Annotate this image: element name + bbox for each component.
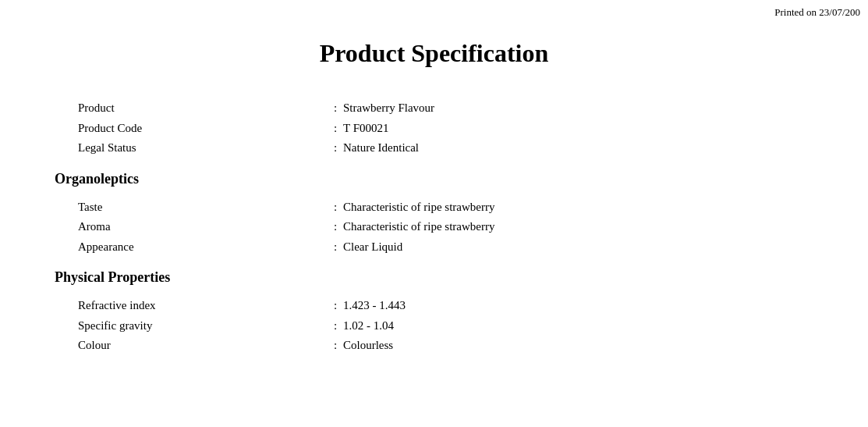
field-label: Aroma bbox=[78, 218, 328, 236]
field-separator: : bbox=[328, 238, 343, 256]
field-value: T F00021 bbox=[343, 119, 388, 137]
field-label: Refractive index bbox=[78, 297, 328, 315]
field-row: Colour:Colourless bbox=[78, 336, 837, 354]
field-separator: : bbox=[328, 99, 343, 117]
field-separator: : bbox=[328, 317, 343, 335]
field-label: Colour bbox=[78, 336, 328, 354]
page-title: Product Specification bbox=[0, 0, 868, 91]
field-separator: : bbox=[328, 297, 343, 315]
field-separator: : bbox=[328, 139, 343, 157]
field-label: Appearance bbox=[78, 238, 328, 256]
field-label: Specific gravity bbox=[78, 317, 328, 335]
section-heading: Organoleptics bbox=[55, 171, 837, 187]
field-label: Taste bbox=[78, 198, 328, 216]
section-heading: Physical Properties bbox=[55, 269, 837, 286]
section-field-group: Refractive index:1.423 - 1.443Specific g… bbox=[55, 297, 837, 354]
field-row: Product Code:T F00021 bbox=[78, 119, 837, 137]
field-separator: : bbox=[328, 198, 343, 216]
field-separator: : bbox=[328, 119, 343, 137]
field-row: Product:Strawberry Flavour bbox=[78, 99, 837, 117]
field-label: Product Code bbox=[78, 119, 328, 137]
field-separator: : bbox=[328, 218, 343, 236]
field-value: 1.423 - 1.443 bbox=[343, 297, 406, 315]
field-value: Colourless bbox=[343, 336, 393, 354]
field-value: Characteristic of ripe strawberry bbox=[343, 218, 495, 236]
product-info-group: Product:Strawberry FlavourProduct Code:T… bbox=[55, 99, 837, 157]
field-value: 1.02 - 1.04 bbox=[343, 317, 394, 335]
field-row: Appearance:Clear Liquid bbox=[78, 238, 837, 256]
section-field-group: Taste:Characteristic of ripe strawberryA… bbox=[55, 198, 837, 256]
field-value: Characteristic of ripe strawberry bbox=[343, 198, 495, 216]
field-value: Nature Identical bbox=[343, 139, 419, 157]
field-row: Specific gravity:1.02 - 1.04 bbox=[78, 317, 837, 335]
field-label: Product bbox=[78, 99, 328, 117]
printed-on-text: Printed on 23/07/200 bbox=[774, 6, 860, 19]
field-row: Refractive index:1.423 - 1.443 bbox=[78, 297, 837, 315]
field-row: Legal Status:Nature Identical bbox=[78, 139, 837, 157]
field-value: Strawberry Flavour bbox=[343, 99, 434, 117]
field-row: Taste:Characteristic of ripe strawberry bbox=[78, 198, 837, 216]
field-label: Legal Status bbox=[78, 139, 328, 157]
field-value: Clear Liquid bbox=[343, 238, 402, 256]
field-row: Aroma:Characteristic of ripe strawberry bbox=[78, 218, 837, 236]
field-separator: : bbox=[328, 336, 343, 354]
